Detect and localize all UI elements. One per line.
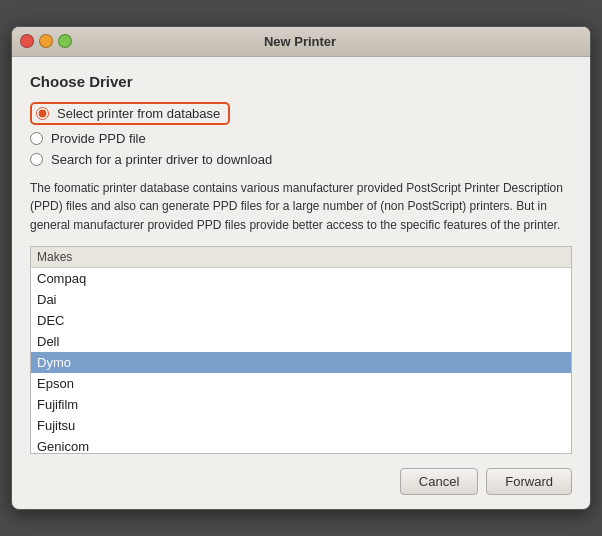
list-item[interactable]: DEC [31, 310, 571, 331]
list-item[interactable]: Dai [31, 289, 571, 310]
list-item[interactable]: Dell [31, 331, 571, 352]
list-item[interactable]: Fujifilm [31, 394, 571, 415]
list-item[interactable]: Epson [31, 373, 571, 394]
makes-list-container: Makes Compaq Dai DEC Dell Dymo Epson Fuj… [30, 246, 572, 454]
radio-input-ppd[interactable] [30, 132, 43, 145]
radio-input-download[interactable] [30, 153, 43, 166]
description-text: The foomatic printer database contains v… [30, 179, 572, 235]
radio-option-database[interactable]: Select printer from database [30, 102, 572, 125]
radio-label-database: Select printer from database [57, 106, 220, 121]
radio-option-download[interactable]: Search for a printer driver to download [30, 152, 572, 167]
makes-list[interactable]: Compaq Dai DEC Dell Dymo Epson Fujifilm … [31, 268, 571, 453]
list-item[interactable]: Fujitsu [31, 415, 571, 436]
list-item-dymo[interactable]: Dymo [31, 352, 571, 373]
main-window: New Printer Choose Driver Select printer… [11, 26, 591, 511]
forward-button[interactable]: Forward [486, 468, 572, 495]
radio-option-ppd[interactable]: Provide PPD file [30, 131, 572, 146]
content-area: Choose Driver Select printer from databa… [12, 57, 590, 510]
radio-label-ppd: Provide PPD file [51, 131, 146, 146]
radio-label-download: Search for a printer driver to download [51, 152, 272, 167]
titlebar: New Printer [12, 27, 590, 57]
radio-group: Select printer from database Provide PPD… [30, 102, 572, 167]
section-heading: Choose Driver [30, 73, 572, 90]
selected-option-wrapper: Select printer from database [30, 102, 230, 125]
makes-header: Makes [31, 247, 571, 268]
button-row: Cancel Forward [30, 468, 572, 495]
radio-input-database[interactable] [36, 107, 49, 120]
list-item[interactable]: Compaq [31, 268, 571, 289]
list-item[interactable]: Genicom [31, 436, 571, 453]
window-title: New Printer [18, 34, 582, 49]
cancel-button[interactable]: Cancel [400, 468, 478, 495]
